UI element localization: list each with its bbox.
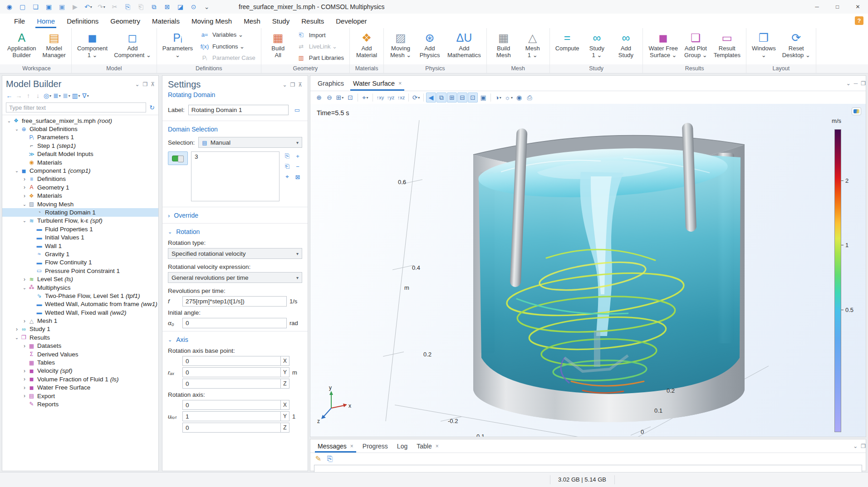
customize-icon[interactable]: ⌄ xyxy=(201,2,212,12)
refresh-icon[interactable]: ↻ xyxy=(149,104,155,111)
ribbon-button[interactable]: ▦ Build All xyxy=(264,29,293,58)
tree-item[interactable]: ❐ Results xyxy=(2,333,158,341)
ribbon-button[interactable]: ❐ Windows ⌄ xyxy=(749,29,779,58)
expander-icon[interactable] xyxy=(21,343,28,349)
expander-icon[interactable] xyxy=(21,368,28,374)
selection-dropdown[interactable]: Manual xyxy=(198,137,302,148)
tree-item[interactable]: ▤ Export xyxy=(2,392,158,400)
split-view-icon[interactable]: ⧉ xyxy=(436,93,446,102)
tree-item[interactable]: A Geometry 1 xyxy=(2,183,158,191)
scene-thumbnail-icon[interactable] xyxy=(852,107,861,115)
ribbon-button[interactable]: ▦ Build Mesh xyxy=(489,29,518,58)
back-icon[interactable]: ← xyxy=(5,91,14,100)
menu-item[interactable]: Moving Mesh xyxy=(186,14,238,28)
ribbon-button[interactable]: ▥ Part Libraries xyxy=(294,54,345,62)
messages-tab[interactable]: Table × xyxy=(412,439,443,453)
ribbon-button[interactable]: ⊛ Add Physics xyxy=(415,29,444,58)
paste-icon[interactable]: ⎗ xyxy=(135,2,147,12)
ribbon-button[interactable]: = Compute xyxy=(552,29,583,58)
tree-item[interactable]: ▭ Pressure Point Constraint 1 xyxy=(2,267,158,275)
menu-item[interactable]: File xyxy=(8,14,31,28)
save-icon[interactable]: ▣ xyxy=(43,2,54,12)
tree-item[interactable]: ❖ free_surface_mixer_ls.mph (root) xyxy=(2,117,158,125)
filter-icon[interactable]: ∇ xyxy=(81,91,90,100)
menu-item[interactable]: Home xyxy=(31,14,61,28)
tree-item[interactable]: ⇘ Two-Phase Flow, Level Set 1 (tpf1) xyxy=(2,292,158,300)
tree-item[interactable]: ≫ Default Model Inputs xyxy=(2,150,158,158)
find-icon[interactable]: ⊙ xyxy=(188,2,199,12)
copy-icon[interactable]: ⎘ xyxy=(122,2,133,12)
zoom-selected-icon[interactable]: ⊞ xyxy=(335,93,345,102)
tree-item[interactable]: ◼ Volume Fraction of Fluid 1 (ls) xyxy=(2,375,158,383)
ribbon-button[interactable]: ▭ Result Templates xyxy=(711,29,744,58)
view-xz-icon[interactable]: ↑xz xyxy=(396,93,406,102)
help-icon[interactable]: ? xyxy=(855,16,863,25)
expander-icon[interactable] xyxy=(21,193,28,199)
graphics-tab[interactable]: Water Surface × xyxy=(348,76,406,91)
show-legends-icon[interactable]: ⊡ xyxy=(468,93,478,102)
ribbon-button[interactable]: ▨ Moving Mesh ⌄ xyxy=(386,29,415,58)
domain-selection-header[interactable]: Domain Selection xyxy=(168,126,302,133)
ribbon-button[interactable]: Pᵢ Parameter Case xyxy=(198,54,257,62)
tree-item[interactable]: ◼ Water Free Surface xyxy=(2,384,158,392)
tree-item[interactable]: ▦ Tables xyxy=(2,358,158,366)
expander-icon[interactable] xyxy=(21,202,28,207)
tree-item[interactable]: ◼ Component 1 (comp1) xyxy=(2,166,158,175)
tree-item[interactable]: ⊕ Global Definitions xyxy=(2,125,158,133)
delete-icon[interactable]: ⊠ xyxy=(162,2,173,12)
rotation-section-header[interactable]: Rotation xyxy=(168,228,302,235)
view-yz-icon[interactable]: ↑yz xyxy=(386,93,396,102)
ribbon-button[interactable]: ∞ Study 1 ⌄ xyxy=(582,29,611,58)
tree-item[interactable]: ▬ Flow Continuity 1 xyxy=(2,258,158,267)
collapse-all-icon[interactable]: ≣ xyxy=(62,91,71,100)
ribbon-button[interactable]: ΔU Add Mathematics xyxy=(444,29,484,58)
ribbon-button[interactable]: a= Variables ⌄ xyxy=(198,31,257,39)
redo-icon[interactable]: ↷ xyxy=(96,2,107,12)
show-icon[interactable]: ◎ xyxy=(43,91,52,100)
float-panel-icon[interactable]: ❐ xyxy=(290,82,295,88)
vector-input[interactable]: 1 Y xyxy=(182,411,289,421)
view-xy-icon[interactable]: ↑xy xyxy=(375,93,385,102)
sep-icon[interactable] xyxy=(408,93,409,102)
expander-icon[interactable] xyxy=(21,218,28,223)
tree-item[interactable]: ▬ Wetted Wall, Automatic from frame (ww1… xyxy=(2,300,158,308)
close-icon[interactable]: × xyxy=(350,443,353,449)
sound-icon[interactable]: ◀ xyxy=(426,93,436,102)
remove-from-selection-icon[interactable]: − xyxy=(293,162,302,171)
comsol-logo-icon[interactable]: ◉ xyxy=(4,2,15,12)
expander-icon[interactable] xyxy=(21,393,28,399)
lock-view-icon[interactable]: ▣ xyxy=(478,93,488,102)
paste-selection-icon[interactable]: ⎗ xyxy=(283,162,292,171)
ribbon-button[interactable]: ◼ Component 1 ⌄ xyxy=(74,29,111,58)
undo-icon[interactable]: ↶ xyxy=(83,2,94,12)
float-panel-icon[interactable]: ❐ xyxy=(861,80,866,87)
initial-angle-input[interactable]: 0 xyxy=(182,318,287,328)
ribbon-button[interactable]: A Application Builder xyxy=(4,29,39,58)
snapshot-icon[interactable]: ◉ xyxy=(514,93,524,102)
tree-item[interactable]: ◔ Rotating Domain 1 xyxy=(2,208,158,216)
zoom-extents-icon[interactable]: ⊡ xyxy=(345,93,355,102)
tree-item[interactable]: ▨ Moving Mesh xyxy=(2,200,158,208)
tree-item[interactable]: ❖ Materials xyxy=(2,192,158,200)
clear-selection-icon[interactable]: ⊠ xyxy=(293,172,302,181)
tree-item[interactable]: ≡ Definitions xyxy=(2,175,158,183)
disable-icon[interactable]: ◪ xyxy=(175,2,186,12)
move-down-icon[interactable]: ↓ xyxy=(34,91,42,100)
print-icon[interactable]: ⎙ xyxy=(525,93,535,102)
expander-icon[interactable] xyxy=(14,335,20,340)
environment-icon[interactable]: ☼ xyxy=(504,93,514,102)
tree-item[interactable]: △ Mesh 1 xyxy=(2,317,158,325)
active-selection-toggle[interactable] xyxy=(168,151,188,165)
rot-expr-dropdown[interactable]: General revolutions per time xyxy=(168,272,302,283)
ribbon-button[interactable]: Pᵢ Parameters ⌄ xyxy=(159,29,196,58)
expander-icon[interactable] xyxy=(21,376,28,382)
rotation-type-dropdown[interactable]: Specified rotational velocity xyxy=(168,248,302,259)
messages-tab[interactable]: Log xyxy=(392,439,412,453)
expander-icon[interactable] xyxy=(21,184,28,190)
columns-icon[interactable]: ▥ xyxy=(72,91,80,100)
tree-item[interactable]: ≈ Gravity 1 xyxy=(2,250,158,258)
maximize-icon[interactable]: □ xyxy=(827,0,848,14)
zoom-out-icon[interactable]: ⊖ xyxy=(324,93,334,102)
close-icon[interactable]: ✕ xyxy=(848,0,868,14)
selection-list[interactable]: 3 xyxy=(191,151,280,201)
